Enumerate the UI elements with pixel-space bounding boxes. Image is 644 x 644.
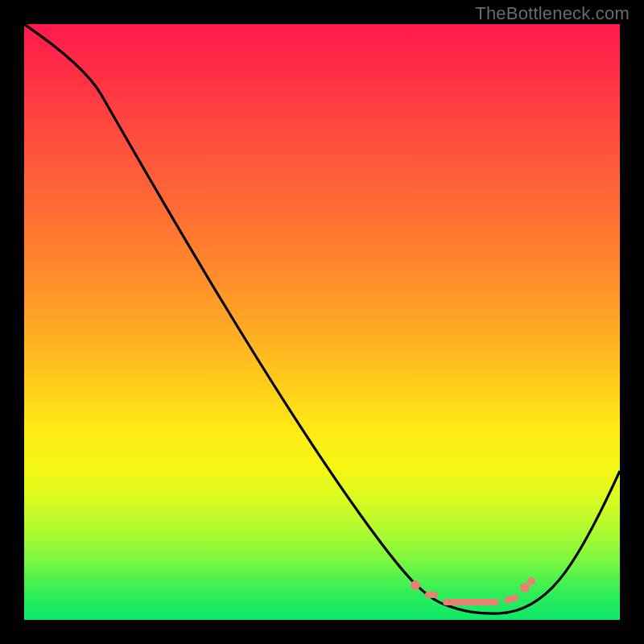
svg-rect-1 <box>425 592 438 598</box>
svg-rect-3 <box>503 593 519 604</box>
curve-layer <box>24 24 620 620</box>
bottleneck-curve <box>24 24 620 613</box>
svg-point-0 <box>411 580 420 590</box>
svg-point-5 <box>527 577 535 585</box>
plateau-markers <box>411 577 535 605</box>
chart-frame: TheBottleneck.com <box>0 0 644 644</box>
plot-area <box>24 24 620 620</box>
svg-rect-2 <box>443 599 499 605</box>
svg-point-4 <box>520 583 530 592</box>
watermark-text: TheBottleneck.com <box>475 3 630 24</box>
